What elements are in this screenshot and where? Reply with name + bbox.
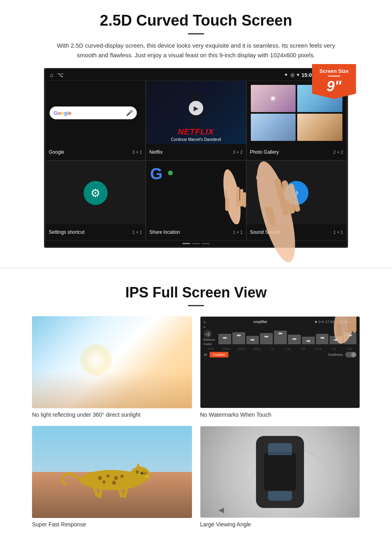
amp-sliders-panel: ≡ ◁) Balance Fader (204, 325, 215, 346)
feature-sunlight: No light reflecting under 360° direct su… (32, 316, 192, 418)
badge-size: 9" (315, 78, 353, 95)
svg-marker-36 (136, 463, 141, 468)
eq-bar-8[interactable] (316, 334, 329, 344)
svg-point-27 (98, 476, 102, 480)
feature-grid: No light reflecting under 360° direct su… (24, 316, 368, 528)
gallery-photo-1: ❀ (251, 85, 296, 112)
svg-point-29 (114, 476, 118, 480)
amp-bottom-bar: ≪ Custom loudness (204, 352, 356, 357)
maps-g-logo: G (150, 165, 172, 183)
gallery-photo-4 (297, 114, 342, 141)
amp-back-icon[interactable]: ≪ (204, 353, 207, 357)
amp-screen: ⌂ Amplifier ■ ⊙ ▾ 17:33 ⊙ ◁) ⊠ ▭ ↩ ≡ ◁) … (200, 317, 360, 408)
amp-fader-label: Fader (204, 342, 215, 346)
badge-label: Screen Size (315, 68, 353, 74)
eq-bar-2[interactable] (232, 332, 245, 344)
car-roof (264, 452, 296, 492)
feature-response: Super Fast Response (32, 426, 192, 528)
google-label-row: Google 3 × 1 (46, 144, 145, 160)
amp-balance-label: ◁) Balance (204, 330, 215, 341)
amp-freq-4: 1k (265, 347, 280, 350)
page-dot-2 (202, 243, 210, 244)
amp-controls: ≡ ◁) Balance Fader (204, 325, 356, 346)
car-top-view-wrapper (256, 436, 304, 508)
google-search-bar[interactable]: Google 🎤 (50, 106, 137, 119)
amp-speaker-icon: ◁) (204, 330, 212, 338)
sunlight-caption: No light reflecting under 360° direct su… (32, 411, 192, 418)
page-dot-active (182, 243, 190, 244)
home-icon[interactable]: ⌂ (50, 72, 53, 78)
cheetah-visual (32, 426, 192, 518)
amp-freq-2: 200hz (234, 347, 249, 350)
svg-point-31 (102, 480, 106, 484)
gallery-photo-3 (251, 114, 296, 141)
netflix-app-cell[interactable]: ▶ NETFLIX Continue Marvel's Daredevil Ne… (146, 80, 246, 161)
amp-home-icon: ⌂ (204, 320, 206, 324)
amp-equalizer (218, 325, 356, 346)
amp-freq-9: SUB (342, 347, 356, 350)
amp-toggle-knob (351, 352, 356, 357)
svg-rect-25 (337, 316, 345, 324)
settings-icon: ⚙ (84, 181, 108, 205)
section-divider (0, 268, 392, 268)
google-label: Google (49, 149, 64, 155)
section2-divider (188, 305, 204, 306)
netflix-app-bg: ▶ NETFLIX Continue Marvel's Daredevil (146, 81, 246, 145)
google-logo: Google (54, 110, 72, 116)
cheetah-svg (52, 454, 172, 502)
google-app-cell[interactable]: Google 🎤 Google 3 × 1 (45, 80, 146, 161)
cheetah-image (32, 426, 192, 518)
sky-glow (80, 344, 112, 376)
section1-title: 2.5D Curved Touch Screen (24, 12, 368, 29)
amp-preset-button[interactable]: Custom (210, 352, 228, 357)
section2-title: IPS Full Screen View (24, 284, 368, 301)
svg-point-32 (112, 481, 116, 485)
pointing-hand-overlay (236, 152, 316, 272)
netflix-overlay: ▶ NETFLIX Continue Marvel's Daredevil (146, 81, 246, 145)
response-caption: Super Fast Response (32, 521, 192, 528)
amp-touch-hand (328, 316, 360, 346)
mic-icon[interactable]: 🎤 (126, 110, 133, 116)
maps-label-row: Share location 1 × 1 (146, 224, 246, 240)
status-left: ⌂ ⌥ (50, 72, 64, 78)
amp-eq-icon: ≡ (204, 325, 215, 329)
eq-bar-6[interactable] (288, 335, 301, 344)
maps-app-cell[interactable]: G (146, 161, 246, 241)
eq-bar-4[interactable] (260, 333, 273, 344)
google-grid-size: 3 × 1 (132, 150, 142, 155)
car-top-view (256, 436, 304, 508)
svg-point-13 (249, 158, 303, 265)
eq-bar-3[interactable] (246, 336, 259, 345)
amp-loudness-toggle[interactable] (345, 352, 356, 357)
svg-point-28 (106, 474, 110, 478)
netflix-play-button[interactable]: ▶ (189, 101, 203, 115)
curved-screen-section: 2.5D Curved Touch Screen With 2.5D curve… (0, 0, 392, 256)
amp-balance-text: Balance (204, 338, 215, 341)
netflix-label-row: Netflix 3 × 2 (146, 144, 246, 160)
feature-viewing: ◀ ▶ Large Viewing Angle (200, 426, 360, 528)
car-image: ◀ ▶ (200, 426, 360, 518)
amp-freq-3: 500hz (250, 347, 264, 350)
eq-bar-7[interactable] (302, 337, 315, 344)
settings-app-cell[interactable]: ⚙ Settings shortcut 1 × 1 (45, 161, 146, 241)
amp-freq-8: 15k (326, 347, 341, 350)
svg-rect-22 (348, 316, 352, 334)
netflix-subtitle: Continue Marvel's Daredevil (171, 137, 221, 142)
svg-point-30 (120, 475, 124, 478)
device-wrapper: Screen Size 9" ⌂ ⌥ ✦ ◎ ▾ 15:06 ⊙ ◁) ⊠ (44, 68, 348, 248)
watermarks-caption: No Watermarks When Touch (200, 411, 360, 418)
settings-label: Settings shortcut (49, 229, 84, 235)
location-icon: ◎ (290, 72, 294, 78)
amp-freq-1: 100hz (219, 347, 233, 350)
svg-point-39 (145, 475, 149, 478)
eq-bar-1[interactable] (218, 334, 231, 344)
netflix-label: Netflix (149, 149, 162, 155)
ips-section: IPS Full Screen View No light reflecting… (0, 280, 392, 540)
settings-grid-size: 1 × 1 (132, 230, 142, 235)
sky-visual (32, 316, 192, 408)
section1-divider (188, 33, 204, 34)
eq-bar-5[interactable] (274, 331, 287, 344)
page-dot-1 (192, 243, 200, 244)
amp-freq-0: 60hz (204, 347, 218, 350)
car-windshield (268, 443, 292, 455)
